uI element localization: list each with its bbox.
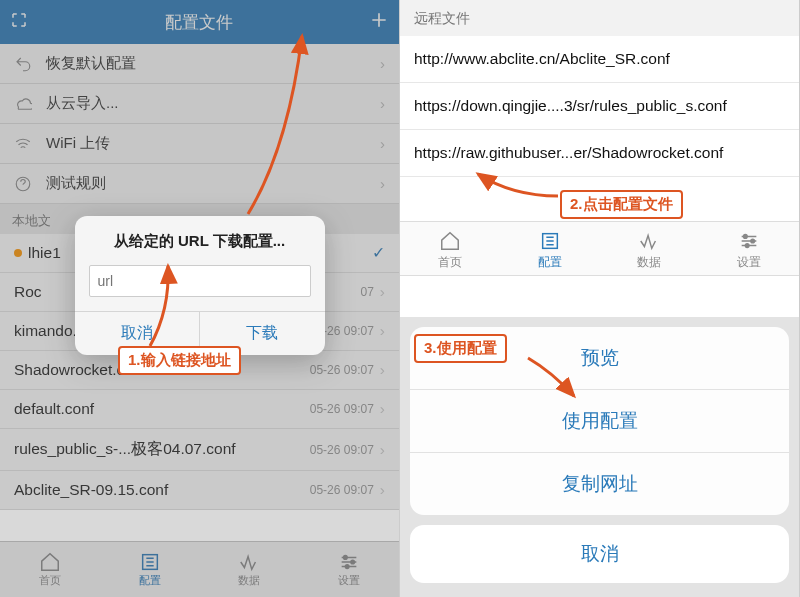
remote-files-header: 远程文件 [400,0,799,36]
left-screenshot: 配置文件 恢复默认配置 › 从云导入... › WiFi 上传 › [0,0,400,597]
annotation-arrow [472,166,562,206]
remote-url-item[interactable]: https://down.qingjie....3/sr/rules_publi… [400,83,799,130]
tab-data[interactable]: 数据 [600,230,700,271]
url-input[interactable] [89,265,311,297]
annotation-label-3: 3.使用配置 [414,334,507,363]
modal-title: 从给定的 URL 下载配置... [75,216,325,261]
right-tabbar: 首页 配置 数据 设置 [400,221,799,276]
sheet-copy-url[interactable]: 复制网址 [410,453,789,515]
svg-point-6 [744,235,748,239]
svg-point-7 [751,239,755,243]
right-screenshot: 远程文件 http://www.abclite.cn/Abclite_SR.co… [400,0,800,597]
remote-url-item[interactable]: http://www.abclite.cn/Abclite_SR.conf [400,36,799,83]
svg-point-8 [745,244,749,248]
annotation-label-2: 2.点击配置文件 [560,190,683,219]
annotation-arrow [238,28,318,218]
remote-url-item[interactable]: https://raw.githubuser...er/Shadowrocket… [400,130,799,177]
annotation-label-1: 1.输入链接地址 [118,346,241,375]
sheet-cancel[interactable]: 取消 [410,525,789,583]
tab-config[interactable]: 配置 [500,230,600,271]
annotation-arrow [130,260,190,350]
tab-settings[interactable]: 设置 [699,230,799,271]
url-download-modal: 从给定的 URL 下载配置... 取消 下载 [75,216,325,355]
remote-url-list: http://www.abclite.cn/Abclite_SR.conf ht… [400,36,799,177]
tab-home[interactable]: 首页 [400,230,500,271]
sheet-use-config[interactable]: 使用配置 [410,390,789,453]
annotation-arrow [522,352,582,402]
